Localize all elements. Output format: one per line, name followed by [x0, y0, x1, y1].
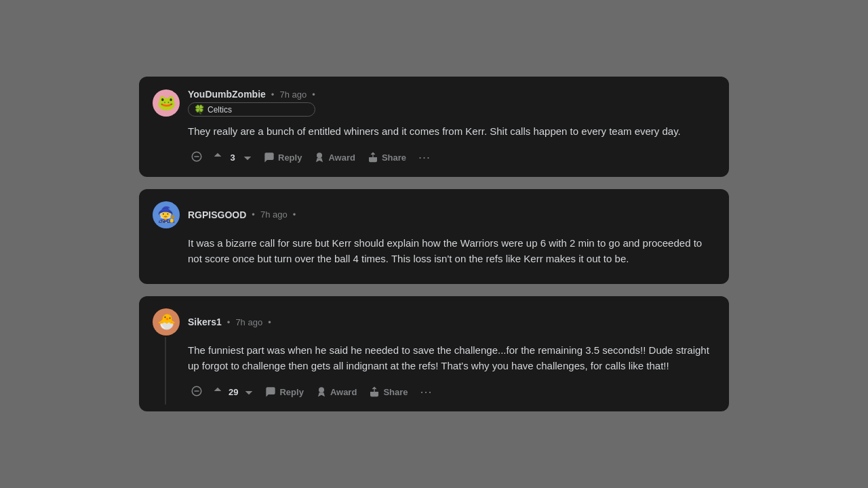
comment-body: The funniest part was when he said he ne…	[188, 342, 715, 374]
header-info: Sikers1 • 7h ago •	[188, 317, 271, 327]
dot2: •	[312, 89, 315, 100]
award-button[interactable]: Award	[310, 149, 359, 165]
avatar-icon: 🐸	[157, 96, 176, 110]
comment-card-2: 🐣 Sikers1 • 7h ago • The funniest part w…	[139, 296, 729, 411]
reply-button[interactable]: Reply	[260, 149, 306, 165]
vote-count: 3	[229, 152, 237, 163]
vote-section: 29	[210, 383, 257, 401]
svg-point-2	[317, 153, 322, 158]
flair-label: Celtics	[208, 105, 232, 115]
username: YouDumbZombie	[188, 89, 266, 100]
downvote-button[interactable]	[241, 383, 257, 401]
collapse-button[interactable]	[188, 148, 205, 167]
username-row: YouDumbZombie • 7h ago •	[188, 89, 315, 100]
username: Sikers1	[188, 317, 222, 327]
upvote-button[interactable]	[210, 383, 226, 401]
downvote-button[interactable]	[239, 148, 256, 167]
timestamp: 7h ago	[279, 89, 307, 100]
comment-body: It was a bizarre call for sure but Kerr …	[188, 235, 715, 267]
svg-point-6	[319, 388, 324, 392]
more-options-button[interactable]: ···	[414, 148, 435, 166]
comment-body: They really are a bunch of entitled whin…	[188, 123, 715, 139]
comment-card-1: 🧙 RGPISGOOD • 7h ago • It was a bizarre …	[139, 189, 729, 285]
timestamp: 7h ago	[235, 317, 262, 327]
comment-card-0: 🐸 YouDumbZombie • 7h ago • 🍀 Celtics The…	[139, 77, 729, 176]
action-bar: 29 Reply Award Share ···	[188, 382, 715, 402]
timestamp: 7h ago	[260, 209, 288, 220]
action-bar: 3 Reply Award Share ···	[188, 148, 715, 167]
reply-button[interactable]: Reply	[261, 384, 307, 400]
comment-header: 🐣 Sikers1 • 7h ago •	[153, 308, 715, 336]
header-info: YouDumbZombie • 7h ago • 🍀 Celtics	[188, 89, 315, 117]
username-row: RGPISGOOD • 7h ago •	[188, 209, 296, 220]
thread-line	[165, 337, 166, 405]
dot: •	[227, 317, 231, 327]
avatar-icon: 🐣	[157, 314, 176, 329]
avatar: 🧙	[153, 201, 180, 228]
flair-badge: 🍀 Celtics	[188, 102, 315, 117]
username-row: Sikers1 • 7h ago •	[188, 317, 271, 327]
share-button[interactable]: Share	[363, 149, 410, 165]
award-button[interactable]: Award	[312, 384, 361, 400]
dot2: •	[268, 317, 271, 327]
dot2: •	[293, 209, 296, 220]
vote-section: 3	[210, 148, 256, 167]
avatar: 🐸	[153, 89, 180, 117]
dot: •	[252, 209, 255, 220]
username: RGPISGOOD	[188, 209, 246, 220]
share-button[interactable]: Share	[365, 384, 412, 400]
flair-icon: 🍀	[194, 104, 205, 115]
avatar: 🐣	[153, 308, 180, 336]
comment-header: 🐸 YouDumbZombie • 7h ago • 🍀 Celtics	[153, 89, 715, 117]
more-options-button[interactable]: ···	[416, 383, 437, 401]
comment-header: 🧙 RGPISGOOD • 7h ago •	[153, 201, 715, 228]
collapse-button[interactable]	[188, 382, 205, 402]
comments-feed: 🐸 YouDumbZombie • 7h ago • 🍀 Celtics The…	[139, 63, 729, 424]
dot: •	[271, 89, 275, 100]
header-info: RGPISGOOD • 7h ago •	[188, 209, 296, 220]
upvote-button[interactable]	[210, 148, 226, 167]
avatar-icon: 🧙	[157, 207, 176, 222]
vote-count: 29	[229, 387, 238, 397]
